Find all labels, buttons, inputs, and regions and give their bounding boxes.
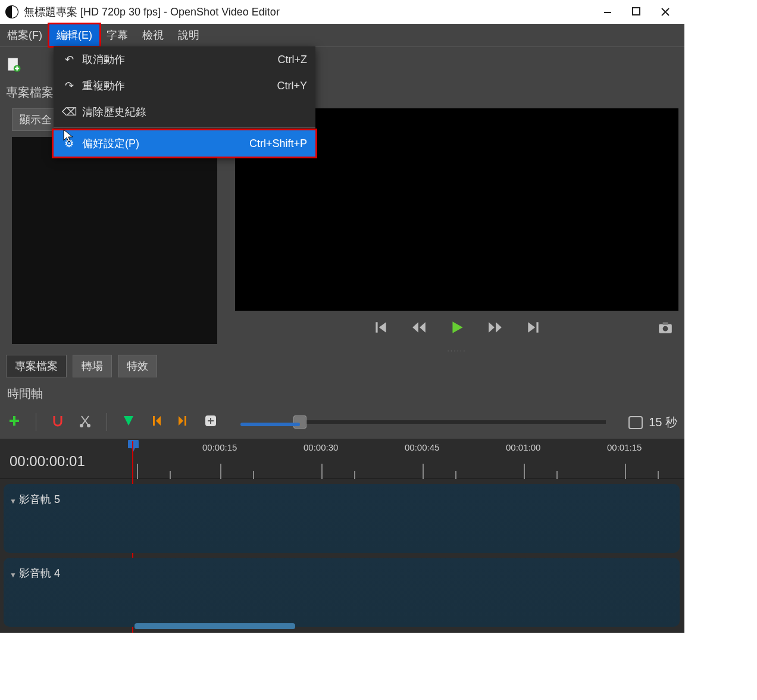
chevron-down-icon[interactable]: ▼ [10,497,17,505]
panel-tabs: 專案檔案 轉場 特效 [0,350,229,382]
razor-button[interactable] [78,414,92,430]
playhead-time: 00:00:00:01 [10,453,85,470]
svg-rect-7 [663,322,668,324]
prev-marker-button[interactable] [149,414,163,430]
timeline-title: 時間軸 [0,382,684,405]
menu-file[interactable]: 檔案(F) [0,24,49,46]
track-label: 影音軌 4 [19,566,60,580]
menu-view[interactable]: 檢視 [135,24,171,46]
tab-transitions[interactable]: 轉場 [73,355,112,377]
menu-item-undo[interactable]: ↶ 取消動作 Ctrl+Z [54,46,315,73]
menu-item-redo[interactable]: ↷ 重複動作 Ctrl+Y [54,73,315,99]
menu-item-preferences[interactable]: ⚙ 偏好設定(P) Ctrl+Shift+P [54,130,315,157]
center-playhead-button[interactable] [204,414,218,430]
maximize-button[interactable] [623,0,651,24]
track-5[interactable]: ▼ 影音軌 5 [4,484,680,553]
ruler-label: 00:01:15 [607,442,642,452]
timeline-duration: 15 秒 [628,414,677,430]
menu-subtitles[interactable]: 字幕 [99,24,135,46]
marker-button[interactable] [121,414,136,430]
playback-controls [229,311,684,346]
undo-icon: ↶ [62,53,76,66]
project-files-panel[interactable] [12,137,217,344]
minimize-button[interactable] [594,0,623,24]
new-project-icon[interactable] [6,56,23,73]
show-all-button[interactable]: 顯示全 [12,108,60,131]
edit-dropdown-menu: ↶ 取消動作 Ctrl+Z ↷ 重複動作 Ctrl+Y ⌫ 清除歷史紀錄 ⚙ 偏… [54,46,315,157]
track-label: 影音軌 5 [19,492,60,507]
zoom-slider[interactable] [237,415,606,429]
snapshot-button[interactable] [657,320,674,338]
timeline-clip[interactable] [134,623,295,629]
timeline-ruler[interactable]: 00:00:00:01 00:00:15 00:00:30 00:00:45 0… [0,439,684,479]
tab-project-files[interactable]: 專案檔案 [6,355,67,377]
skip-start-button[interactable] [373,320,389,338]
app-window: 無標題專案 [HD 720p 30 fps] - OpenShot Video … [0,0,684,625]
svg-point-8 [80,424,83,427]
ruler-label: 00:00:15 [202,442,237,452]
redo-icon: ↷ [62,79,76,92]
window-title: 無標題專案 [HD 720p 30 fps] - OpenShot Video … [24,5,594,19]
next-marker-button[interactable] [176,414,190,430]
close-button[interactable] [651,0,680,24]
skip-end-button[interactable] [525,320,542,338]
snap-button[interactable] [51,414,65,430]
chevron-down-icon[interactable]: ▼ [10,571,17,579]
menu-item-clear-history[interactable]: ⌫ 清除歷史紀錄 [54,99,315,125]
tab-effects[interactable]: 特效 [118,355,157,377]
clear-icon: ⌫ [62,105,76,118]
timeline[interactable]: 00:00:00:01 00:00:15 00:00:30 00:00:45 0… [0,439,684,633]
ruler-label: 00:01:00 [506,442,540,452]
timeline-toolbar: 15 秒 [0,405,684,439]
add-track-button[interactable] [7,414,21,430]
rewind-button[interactable] [411,320,427,338]
track-4[interactable]: ▼ 影音軌 4 [4,558,680,627]
svg-point-9 [87,424,90,427]
app-logo [5,5,19,19]
svg-rect-2 [633,8,640,15]
play-button[interactable] [449,320,465,338]
panel-drag-handle[interactable]: ······ [229,346,684,357]
svg-rect-1 [604,12,611,13]
mouse-cursor-icon [62,129,74,143]
menu-edit[interactable]: 編輯(E) [49,24,99,46]
ruler-label: 00:00:45 [405,442,439,452]
svg-point-6 [663,326,668,332]
ruler-label: 00:00:30 [304,442,338,452]
title-bar: 無標題專案 [HD 720p 30 fps] - OpenShot Video … [0,0,684,24]
fast-forward-button[interactable] [487,320,503,338]
menu-bar: 檔案(F) 編輯(E) 字幕 檢視 說明 [0,24,684,46]
menu-help[interactable]: 說明 [171,24,207,46]
